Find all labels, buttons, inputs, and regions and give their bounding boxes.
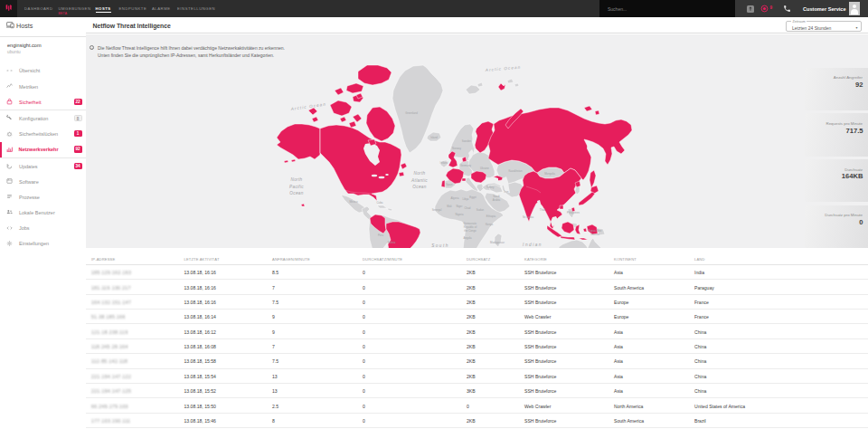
svg-text:Libya: Libya — [463, 197, 469, 201]
svg-text:Ocean: Ocean — [289, 191, 303, 195]
svg-text:Senegal: Senegal — [432, 208, 442, 212]
svg-text:Chad: Chad — [465, 206, 471, 210]
svg-text:Spain: Spain — [446, 183, 453, 186]
svg-text:Arctic Ocean: Arctic Ocean — [289, 101, 326, 111]
svg-text:Madagascar: Madagascar — [490, 241, 505, 244]
svg-text:Ocean: Ocean — [412, 185, 426, 189]
svg-text:Ukraine: Ukraine — [480, 167, 489, 170]
svg-text:Mali: Mali — [447, 205, 452, 208]
svg-text:Sudan: Sudan — [476, 208, 485, 212]
svg-text:Niger: Niger — [457, 205, 463, 208]
svg-text:Egypt: Egypt — [469, 195, 476, 199]
svg-text:Iran: Iran — [505, 190, 509, 194]
svg-text:Arctic Ocean: Arctic Ocean — [485, 64, 522, 72]
svg-text:Sweden: Sweden — [462, 139, 472, 143]
svg-text:Kenya: Kenya — [486, 223, 494, 226]
svg-text:Indian: Indian — [523, 243, 542, 247]
svg-text:Turkey: Turkey — [486, 186, 495, 189]
svg-text:Norway: Norway — [452, 147, 461, 150]
svg-text:Pacific: Pacific — [289, 184, 304, 188]
svg-text:the Congo: the Congo — [464, 229, 476, 233]
svg-text:North: North — [291, 177, 303, 182]
svg-text:Ireland: Ireland — [440, 161, 448, 165]
svg-text:Germany: Germany — [460, 164, 471, 167]
svg-text:Bolivia: Bolivia — [388, 241, 396, 244]
svg-text:Algeria: Algeria — [451, 196, 459, 200]
svg-text:Mongolia: Mongolia — [544, 172, 555, 176]
svg-text:Nigeria: Nigeria — [455, 213, 464, 216]
svg-text:Thail: Thail — [540, 208, 546, 212]
svg-text:Philippines: Philippines — [567, 211, 580, 214]
svg-text:South: South — [431, 243, 449, 248]
svg-text:Peru: Peru — [378, 234, 383, 237]
svg-text:Guinea: Guinea — [590, 233, 599, 236]
svg-text:North: North — [414, 171, 426, 176]
svg-text:Mexico: Mexico — [349, 200, 358, 204]
svg-text:Sri Lanka: Sri Lanka — [523, 215, 534, 219]
svg-text:Angola: Angola — [463, 236, 471, 240]
svg-text:Arabia: Arabia — [493, 198, 501, 202]
svg-text:Greenland: Greenland — [405, 111, 418, 115]
svg-text:Island: Island — [430, 136, 438, 139]
svg-text:Cuba: Cuba — [377, 201, 383, 205]
svg-text:Ethiopia: Ethiopia — [486, 214, 496, 218]
svg-text:Atlantic: Atlantic — [410, 177, 428, 182]
svg-text:Kazakhstan: Kazakhstan — [508, 169, 522, 173]
